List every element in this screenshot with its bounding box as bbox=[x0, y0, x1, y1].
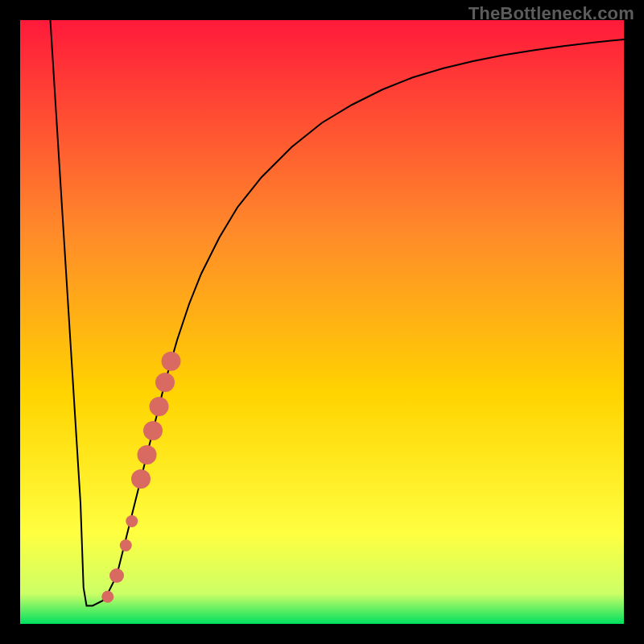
gradient-background bbox=[20, 20, 624, 624]
marker-dot bbox=[143, 421, 163, 440]
marker-dot bbox=[109, 568, 124, 583]
marker-dot bbox=[162, 352, 181, 371]
marker-dot bbox=[131, 469, 151, 489]
bottleneck-chart bbox=[20, 20, 624, 624]
marker-dot bbox=[120, 539, 132, 551]
marker-dot bbox=[150, 397, 169, 416]
marker-dot bbox=[155, 373, 175, 392]
attribution-label: TheBottleneck.com bbox=[469, 3, 634, 24]
marker-dot bbox=[101, 591, 114, 603]
chart-frame: TheBottleneck.com bbox=[0, 0, 644, 644]
marker-dot bbox=[126, 515, 138, 527]
marker-dot bbox=[138, 445, 157, 464]
